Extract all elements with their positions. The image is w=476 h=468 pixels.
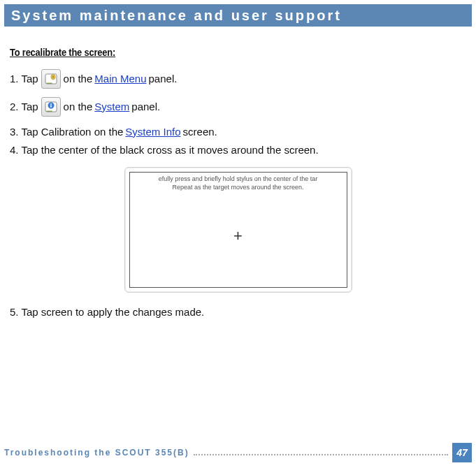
sys-info-icon [41,97,61,117]
calibration-cross-icon: + [233,226,243,247]
calibration-inner: efully press and briefly hold stylus on … [129,172,347,288]
footer-dots [194,454,448,455]
calibration-screenshot: efully press and briefly hold stylus on … [124,167,352,293]
step-1-post: panel. [149,72,178,86]
section-heading: To recalibrate the screen: [10,46,430,59]
svg-rect-9 [46,110,52,111]
svg-rect-4 [46,82,52,83]
footer-title: Troubleshooting the SCOUT 355(B) [4,448,189,458]
step-2-post: panel. [131,100,160,114]
calib-msg-line1: efully press and briefly hold stylus on … [159,175,318,182]
step-1: 1. Tap on the Main Menu panel. [10,69,466,89]
step-3-pre: 3. Tap Calibration on the [10,125,123,139]
page-number-badge: 47 [452,443,472,462]
svg-rect-7 [50,103,52,105]
svg-rect-2 [52,76,54,78]
step-4: 4. Tap the center of the black cross as … [10,143,466,157]
step-2-pre: 2. Tap [10,100,38,114]
title-bar: System maintenance and user support [4,4,472,27]
link-main-menu[interactable]: Main Menu [94,72,146,86]
link-system[interactable]: System [94,100,129,114]
step-2: 2. Tap on the System panel. [10,97,466,117]
page-title: System maintenance and user support [11,8,342,24]
step-1-mid: on the [64,72,93,86]
step-1-pre: 1. Tap [10,72,38,86]
step-3: 3. Tap Calibration on the System Info sc… [10,125,466,139]
page-footer: Troubleshooting the SCOUT 355(B) 47 [0,443,476,462]
page-content: To recalibrate the screen: 1. Tap on the… [0,27,476,320]
step-5: 5. Tap screen to apply the changes made. [10,305,466,319]
link-system-info[interactable]: System Info [125,125,180,139]
calib-msg-line2: Repeat as the target moves around the sc… [172,184,303,191]
svg-rect-8 [50,105,52,107]
calibration-message: efully press and briefly hold stylus on … [154,173,322,191]
system-icon [41,69,61,89]
svg-rect-3 [52,79,55,80]
step-3-post: screen. [183,125,217,139]
step-2-mid: on the [64,100,93,114]
